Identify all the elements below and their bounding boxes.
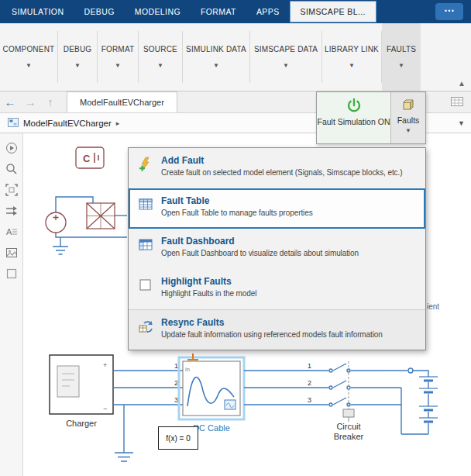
ribbon-group-source[interactable]: SOURCE ▼ bbox=[139, 23, 182, 91]
clipped-annotation: ient bbox=[427, 302, 439, 311]
menu-item-fault-dashboard[interactable]: Fault Dashboard Open Fault Dashboard to … bbox=[129, 229, 425, 269]
menu-item-resync-faults[interactable]: Resync Faults Update fault information u… bbox=[129, 309, 425, 350]
winding-block[interactable] bbox=[87, 203, 115, 229]
tab-apps[interactable]: APPS bbox=[246, 1, 290, 22]
tab-modeling[interactable]: MODELING bbox=[125, 1, 191, 22]
annotation-icon[interactable]: A bbox=[3, 223, 20, 240]
solver-block[interactable]: f(x) = 0 bbox=[158, 426, 198, 450]
chevron-down-icon: ▼ bbox=[283, 62, 289, 69]
menu-item-add-fault[interactable]: Add Fault Create fault on selected model… bbox=[129, 148, 425, 188]
chevron-down-icon: ▼ bbox=[157, 62, 163, 69]
ribbon-group-simscape-data[interactable]: SIMSCAPE DATA ▼ bbox=[250, 23, 321, 91]
charger-label: Charger bbox=[54, 419, 108, 429]
charger-block[interactable]: + − bbox=[50, 355, 113, 414]
chevron-down-icon: ▼ bbox=[398, 62, 404, 69]
menu-item-description: Create fault on selected model element (… bbox=[161, 168, 402, 177]
ribbon-group-label: SIMULINK DATA bbox=[186, 45, 246, 53]
fault-simulation-toggle-button[interactable]: Fault Simulation ON bbox=[317, 92, 391, 143]
ribbon-group-label: SIMSCAPE DATA bbox=[254, 45, 318, 53]
menu-item-title: Resync Faults bbox=[161, 317, 383, 328]
hide-show-browser-icon[interactable] bbox=[3, 140, 20, 157]
ribbon-group-format[interactable]: FORMAT ▼ bbox=[98, 23, 138, 91]
resync-faults-icon bbox=[138, 317, 153, 337]
add-fault-icon bbox=[138, 155, 153, 175]
tab-simulation[interactable]: SIMULATION bbox=[2, 1, 74, 22]
breadcrumb-dropdown-icon[interactable]: ▼ bbox=[458, 119, 465, 127]
menu-item-fault-table[interactable]: Fault Table Open Fault Table to manage f… bbox=[129, 188, 425, 229]
plus-port-icon: + bbox=[103, 361, 107, 369]
fit-to-view-icon[interactable] bbox=[3, 181, 20, 198]
c-source-block[interactable]: C bbox=[76, 147, 104, 168]
chevron-down-icon: ▼ bbox=[349, 62, 355, 69]
signal-routing-icon[interactable] bbox=[3, 202, 20, 219]
port-number: 2 bbox=[308, 379, 311, 387]
ribbon-group-library-link[interactable]: LIBRARY LINK ▼ bbox=[322, 23, 381, 91]
tab-simscape-block[interactable]: SIMSCAPE BL... bbox=[290, 1, 376, 22]
fault-simulation-label: Fault Simulation ON bbox=[318, 117, 390, 127]
shortcuts-grid-icon[interactable] bbox=[451, 95, 463, 109]
breadcrumb-caret-icon: ▸ bbox=[116, 119, 120, 127]
menu-item-title: Add Fault bbox=[161, 155, 402, 166]
fault-quick-toolbar: Fault Simulation ON Faults ▼ bbox=[316, 91, 426, 144]
port-number: 3 bbox=[174, 396, 178, 404]
chevron-down-icon: ▼ bbox=[405, 127, 411, 134]
palette-sidebar: A bbox=[0, 133, 23, 476]
zoom-icon[interactable] bbox=[3, 160, 20, 178]
up-to-parent-button[interactable]: ↑ bbox=[40, 95, 60, 109]
tab-format[interactable]: FORMAT bbox=[191, 1, 246, 22]
viewmarks-icon[interactable] bbox=[3, 244, 20, 261]
ribbon-group-debug[interactable]: DEBUG ▼ bbox=[58, 23, 97, 91]
model-tab[interactable]: ModelFaultEVCharger bbox=[67, 91, 177, 112]
selection-area-icon[interactable] bbox=[3, 265, 20, 282]
connection-wires-middle bbox=[244, 371, 316, 405]
chevron-down-icon: ▼ bbox=[115, 62, 121, 69]
circuit-breaker-label: Circuit Breaker bbox=[325, 422, 372, 441]
ribbon-group-label: FORMAT bbox=[101, 45, 135, 53]
highlight-faults-checkbox-icon bbox=[138, 276, 153, 296]
more-toolstrip-button[interactable]: ⋯ bbox=[435, 3, 463, 20]
collapse-ribbon-icon[interactable]: ▲ bbox=[458, 79, 466, 88]
minus-port-icon: − bbox=[103, 405, 107, 412]
menu-item-title: Fault Dashboard bbox=[161, 236, 359, 247]
circuit-breaker-block[interactable] bbox=[316, 361, 381, 422]
ribbon-group-label: COMPONENT bbox=[3, 45, 55, 53]
voltage-source-symbol[interactable] bbox=[46, 212, 66, 233]
chevron-down-icon: ▼ bbox=[213, 62, 219, 69]
battery-symbol[interactable] bbox=[381, 368, 438, 434]
fault-dashboard-icon bbox=[138, 236, 153, 256]
ribbon-group-component[interactable]: COMPONENT ▼ bbox=[0, 23, 57, 91]
menu-item-description: Open Fault Table to manage faults proper… bbox=[161, 209, 313, 217]
tab-debug[interactable]: DEBUG bbox=[74, 1, 124, 22]
svg-text:A: A bbox=[6, 227, 12, 236]
power-icon bbox=[346, 98, 362, 115]
model-icon bbox=[8, 116, 19, 130]
forward-button[interactable]: → bbox=[20, 95, 40, 109]
ribbon-group-label: LIBRARY LINK bbox=[325, 45, 379, 53]
ground-symbol-left bbox=[53, 247, 68, 254]
port-number: 2 bbox=[174, 379, 178, 387]
chevron-down-icon: ▼ bbox=[74, 62, 81, 69]
faults-cube-icon bbox=[401, 98, 415, 113]
faults-dropdown-button[interactable]: Faults ▼ bbox=[391, 92, 425, 143]
breadcrumb-model-name[interactable]: ModelFaultEVCharger bbox=[23, 119, 112, 128]
port-number: 1 bbox=[174, 362, 178, 370]
faults-dropdown-menu: Add Fault Create fault on selected model… bbox=[128, 147, 426, 350]
ground-symbol-bottom bbox=[115, 453, 133, 461]
port-number: 3 bbox=[308, 396, 311, 404]
menu-item-description: Open Fault Dashboard to visualize detail… bbox=[161, 249, 359, 257]
back-button[interactable]: ← bbox=[0, 95, 20, 109]
faults-button-label: Faults bbox=[397, 116, 420, 126]
fault-table-icon bbox=[138, 195, 153, 216]
menu-item-title: Fault Table bbox=[161, 195, 313, 206]
ribbon-group-simulink-data[interactable]: SIMULINK DATA ▼ bbox=[183, 23, 249, 91]
menu-item-highlight-faults[interactable]: Highlight Faults Highlight Faults in the… bbox=[129, 269, 425, 309]
menu-item-title: Highlight Faults bbox=[161, 276, 256, 287]
chevron-down-icon: ▼ bbox=[26, 62, 32, 69]
svg-text:C: C bbox=[83, 153, 91, 164]
ribbon-group-faults[interactable]: FAULTS ▼ bbox=[382, 23, 421, 91]
toolstrip-ribbon: COMPONENT ▼ DEBUG ▼ FORMAT ▼ SOURCE ▼ SI… bbox=[0, 23, 471, 91]
menu-item-description: Update fault information using reference… bbox=[161, 330, 383, 339]
port-number: 1 bbox=[308, 362, 311, 370]
dc-cable-block[interactable]: In bbox=[179, 354, 244, 419]
ribbon-group-label: DEBUG bbox=[64, 45, 92, 53]
